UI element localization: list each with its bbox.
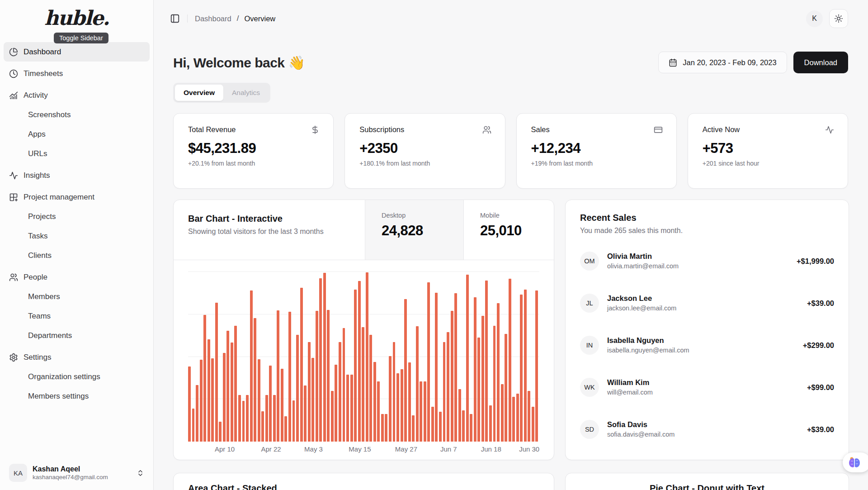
- bar[interactable]: [254, 318, 256, 442]
- bar[interactable]: [408, 362, 411, 442]
- bar[interactable]: [470, 414, 472, 442]
- bar[interactable]: [427, 282, 430, 442]
- bar[interactable]: [396, 373, 399, 442]
- bar[interactable]: [489, 405, 492, 442]
- bar[interactable]: [242, 401, 245, 442]
- sidebar-item-teams[interactable]: Teams: [4, 306, 150, 326]
- bar[interactable]: [443, 342, 446, 442]
- bar[interactable]: [516, 394, 519, 442]
- breadcrumb-parent[interactable]: Dashboard: [195, 14, 231, 23]
- bar[interactable]: [292, 400, 295, 442]
- bar[interactable]: [532, 407, 534, 442]
- bar[interactable]: [350, 375, 353, 442]
- bar[interactable]: [520, 295, 523, 442]
- sidebar-item-screenshots[interactable]: Screenshots: [4, 105, 150, 124]
- sidebar-item-people[interactable]: People: [4, 267, 150, 287]
- bar[interactable]: [192, 409, 195, 442]
- bar[interactable]: [246, 395, 249, 442]
- bar[interactable]: [288, 312, 291, 442]
- theme-toggle-button[interactable]: [829, 9, 848, 28]
- bar[interactable]: [234, 326, 237, 442]
- bar[interactable]: [431, 407, 434, 442]
- bar[interactable]: [211, 358, 214, 442]
- bar[interactable]: [343, 328, 345, 442]
- sidebar-item-projects[interactable]: Projects: [4, 207, 150, 226]
- series-toggle-mobile[interactable]: Mobile25,010: [463, 200, 554, 260]
- bar[interactable]: [281, 369, 283, 442]
- bar[interactable]: [311, 358, 314, 442]
- sidebar-item-project-management[interactable]: Project management: [4, 187, 150, 207]
- bar[interactable]: [284, 416, 287, 442]
- bar[interactable]: [435, 293, 438, 442]
- bar[interactable]: [528, 391, 530, 442]
- bar[interactable]: [196, 385, 198, 442]
- bar[interactable]: [261, 411, 264, 442]
- bar[interactable]: [439, 412, 442, 442]
- bar[interactable]: [354, 290, 357, 442]
- bar[interactable]: [535, 290, 538, 442]
- sidebar-toggle-button[interactable]: [167, 11, 183, 26]
- bar[interactable]: [447, 332, 449, 442]
- bar[interactable]: [412, 415, 415, 442]
- sidebar-item-insights[interactable]: Insights: [4, 166, 150, 185]
- bar[interactable]: [505, 334, 507, 442]
- tab-overview[interactable]: Overview: [175, 85, 223, 101]
- bar[interactable]: [346, 375, 349, 442]
- bar[interactable]: [466, 275, 469, 442]
- bar[interactable]: [265, 395, 268, 442]
- bar[interactable]: [451, 311, 453, 442]
- bar[interactable]: [358, 281, 361, 442]
- bar[interactable]: [362, 327, 364, 442]
- bar[interactable]: [393, 342, 396, 442]
- sidebar-item-members[interactable]: Members: [4, 287, 150, 306]
- bar[interactable]: [331, 391, 334, 442]
- bar[interactable]: [474, 297, 476, 442]
- bar[interactable]: [377, 381, 380, 442]
- bar[interactable]: [493, 326, 496, 442]
- sidebar-user-menu[interactable]: KA Kashan Aqeel kashanaqeel74@gmail.com: [5, 460, 148, 485]
- bar[interactable]: [369, 335, 372, 442]
- bar[interactable]: [238, 395, 241, 442]
- sidebar-item-apps[interactable]: Apps: [4, 124, 150, 144]
- bar[interactable]: [188, 366, 191, 442]
- date-range-picker[interactable]: Jan 20, 2023 - Feb 09, 2023: [658, 52, 787, 73]
- sidebar-item-departments[interactable]: Departments: [4, 326, 150, 345]
- sidebar-item-dashboard[interactable]: Dashboard: [4, 42, 150, 62]
- sidebar-item-settings[interactable]: Settings: [4, 347, 150, 367]
- bar[interactable]: [481, 316, 484, 442]
- bar[interactable]: [373, 362, 376, 442]
- bar[interactable]: [296, 335, 299, 442]
- bar[interactable]: [277, 310, 279, 442]
- series-toggle-desktop[interactable]: Desktop24,828: [365, 200, 463, 260]
- bar[interactable]: [258, 359, 260, 442]
- bar[interactable]: [509, 279, 511, 442]
- sidebar-item-urls[interactable]: URLs: [4, 144, 150, 163]
- bar[interactable]: [316, 311, 318, 442]
- bar[interactable]: [327, 310, 330, 442]
- bar[interactable]: [485, 281, 488, 442]
- account-avatar[interactable]: K: [806, 10, 823, 27]
- bar[interactable]: [231, 343, 233, 442]
- bar[interactable]: [477, 338, 480, 442]
- bar[interactable]: [269, 366, 272, 442]
- bar[interactable]: [366, 272, 368, 442]
- bar[interactable]: [273, 395, 276, 442]
- bar[interactable]: [497, 303, 500, 442]
- bar[interactable]: [226, 331, 229, 442]
- sidebar-item-activity[interactable]: Activity: [4, 86, 150, 105]
- bar[interactable]: [416, 326, 419, 442]
- bar[interactable]: [219, 422, 222, 442]
- bar[interactable]: [200, 360, 203, 442]
- bar[interactable]: [323, 273, 326, 442]
- tab-analytics[interactable]: Analytics: [223, 85, 269, 101]
- bar[interactable]: [208, 339, 210, 442]
- bar[interactable]: [385, 414, 387, 442]
- bar[interactable]: [300, 288, 303, 442]
- bar[interactable]: [524, 290, 527, 442]
- bar[interactable]: [319, 278, 322, 442]
- sidebar-item-tasks[interactable]: Tasks: [4, 226, 150, 246]
- bar[interactable]: [203, 315, 206, 442]
- bar[interactable]: [404, 299, 407, 442]
- download-button[interactable]: Download: [793, 52, 848, 73]
- bar[interactable]: [454, 293, 457, 442]
